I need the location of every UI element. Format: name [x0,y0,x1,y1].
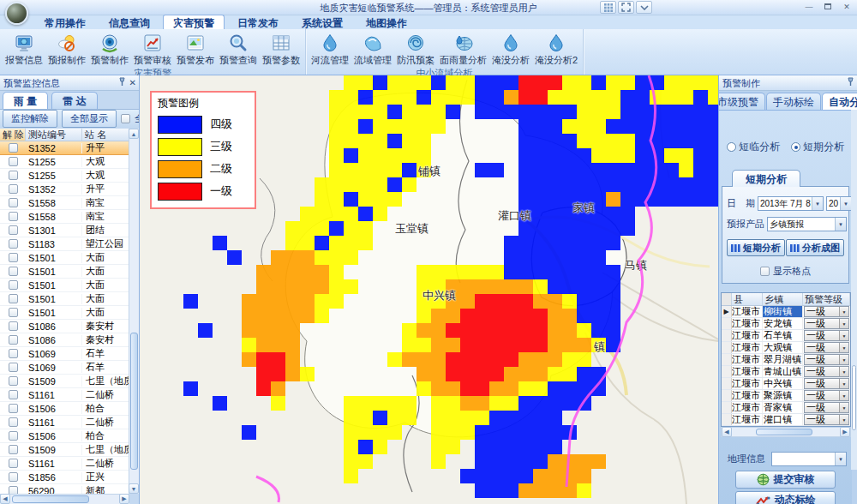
release-checkbox[interactable] [9,417,18,427]
release-checkbox[interactable] [9,184,18,194]
release-checkbox[interactable] [9,253,18,262]
dropdown-arrow-icon[interactable]: ▼ [839,331,848,340]
release-checkbox[interactable] [9,267,18,276]
release-checkbox[interactable] [9,472,18,482]
town-table-hscrollbar[interactable]: ◀ ▶ [721,427,851,437]
station-row[interactable]: S1558南宝 [0,210,129,224]
release-checkbox[interactable] [9,198,18,207]
release-checkbox[interactable] [9,335,18,345]
station-row[interactable]: S1558南宝 [0,196,129,210]
station-row[interactable]: S1069石羊 [0,347,129,361]
town-warning-row[interactable]: 江堰市翠月湖镇一级▼ [722,354,850,366]
grid-layout-icon[interactable] [600,1,616,14]
flood-plan-button[interactable]: 防汛预案 [394,30,437,67]
dropdown-arrow-icon[interactable]: ▼ [839,403,848,412]
station-row[interactable]: S1069石羊 [0,361,129,375]
station-row[interactable]: S1086秦安村 [0,333,129,347]
release-checkbox[interactable] [9,445,18,454]
tab-radar[interactable]: 雷 达 [51,92,97,109]
vscroll-thumb[interactable] [130,333,138,470]
station-row[interactable]: S1255大观 [0,169,129,183]
warning-level-select[interactable]: 一级▼ [804,342,849,353]
scroll-left-icon[interactable]: ◀ [0,494,10,504]
warning-level-select[interactable]: 一级▼ [804,402,849,413]
select-all-checkbox[interactable] [121,114,130,123]
areal-rain-analysis-button[interactable]: 面雨量分析 [437,30,489,67]
town-warning-row[interactable]: 江堰市聚源镇一级▼ [722,390,850,402]
product-select[interactable]: 乡镇预报▼ [767,217,847,231]
warning-params-button[interactable]: 预警参数 [260,30,303,67]
analysis-to-map-button[interactable]: 分析成图 [786,239,844,256]
scroll-right-icon[interactable]: ▶ [119,494,129,504]
release-checkbox[interactable] [9,143,18,153]
station-row[interactable]: S1501大面 [0,279,129,292]
release-checkbox[interactable] [9,363,18,372]
station-row[interactable]: S1255大观 [0,155,129,169]
release-checkbox[interactable] [9,225,18,235]
show-grid-checkbox[interactable] [760,267,770,276]
town-warning-row[interactable]: 江堰市青城山镇一级▼ [722,366,850,378]
warning-level-select[interactable]: 一级▼ [804,318,849,329]
chevron-down-icon[interactable] [636,1,652,14]
release-checkbox[interactable] [9,404,18,413]
release-checkbox[interactable] [9,294,18,303]
station-row[interactable]: S1506柏合 [0,429,129,443]
map-view[interactable]: 铺镇灌口镇家镇玉堂镇中兴镇马镇镇 预警图例 四级三级二级一级 [140,75,718,504]
town-warning-row[interactable]: 江堰市灌口镇一级▼ [722,414,850,426]
close-panel-icon[interactable]: ✕ [129,78,136,87]
pin-icon[interactable] [118,77,126,88]
dropdown-arrow-icon[interactable]: ▼ [839,343,848,352]
menu-tab-map-ops[interactable]: 地图操作 [356,15,417,29]
release-monitor-button[interactable]: 监控解除 [3,110,57,128]
station-row[interactable]: S1086秦安村 [0,320,129,333]
station-row[interactable]: S1161二仙桥 [0,457,129,471]
menu-tab-disaster-warning[interactable]: 灾害预警 [163,15,225,29]
dropdown-arrow-icon[interactable]: ▼ [839,379,848,388]
col-station-id[interactable]: 测站编号 [26,129,82,141]
release-checkbox[interactable] [9,321,18,331]
town-warning-row[interactable]: ▶江堰市柳街镇一级▼ [722,306,850,318]
panel-vscrollbar[interactable] [851,93,857,470]
scroll-left-icon[interactable]: ◀ [722,427,732,437]
warning-level-select[interactable]: 一级▼ [804,330,849,341]
date-select[interactable]: 2013年 7月 8日▼ [758,196,824,211]
hscroll-thumb[interactable] [12,495,89,503]
station-row[interactable]: S1509七里（地质灾 [0,443,129,457]
tab-manual-draw[interactable]: 手动标绘 [766,93,821,110]
station-row[interactable]: S1856正兴 [0,471,129,484]
release-checkbox[interactable] [9,157,18,166]
scroll-down-icon[interactable]: ▼ [129,483,139,494]
radio-short-term-analysis[interactable]: 短期分析 [791,140,844,154]
minimize-button[interactable]: — [801,1,817,12]
warning-level-select[interactable]: 一级▼ [804,390,849,401]
town-cell[interactable]: 柳街镇 [763,306,803,317]
station-row[interactable]: S1352升平 [0,141,129,155]
dropdown-arrow-icon[interactable]: ▼ [840,197,851,210]
alarm-info-button[interactable]: 报警信息 [3,30,45,67]
vscroll-thumb[interactable] [852,365,856,430]
scroll-up-icon[interactable]: ▲ [129,129,139,139]
close-button[interactable]: ✕ [839,1,854,12]
town-cell[interactable]: 石羊镇 [763,330,803,341]
release-checkbox[interactable] [9,212,18,221]
hour-select[interactable]: 20▼ [826,196,852,211]
col-warning-level[interactable]: 预警等级 [803,293,850,305]
station-table-hscrollbar[interactable]: ◀ ▶ [0,494,129,504]
warning-review-button[interactable]: 预警审核 [131,30,174,67]
town-cell[interactable]: 中兴镇 [763,378,803,389]
release-checkbox[interactable] [9,390,18,399]
warning-level-select[interactable]: 一级▼ [804,414,849,425]
station-row[interactable]: 56290新都 [0,484,129,494]
station-row[interactable]: S1161二仙桥 [0,416,129,429]
warning-level-select[interactable]: 一级▼ [804,366,849,377]
town-warning-row[interactable]: 江堰市安龙镇一级▼ [722,318,850,330]
radio-nowcast-analysis[interactable]: 短临分析 [727,140,780,154]
release-checkbox[interactable] [9,239,18,249]
dropdown-arrow-icon[interactable]: ▼ [835,218,846,231]
tab-rainfall[interactable]: 雨 量 [3,92,48,109]
hscroll-thumb[interactable] [756,429,812,435]
station-row[interactable]: S1301团结 [0,224,129,237]
submit-review-button[interactable]: 提交审核 [735,471,836,489]
inundation-analysis2-button[interactable]: 淹没分析2 [532,30,580,67]
town-warning-row[interactable]: 江堰市大观镇一级▼ [722,342,850,354]
